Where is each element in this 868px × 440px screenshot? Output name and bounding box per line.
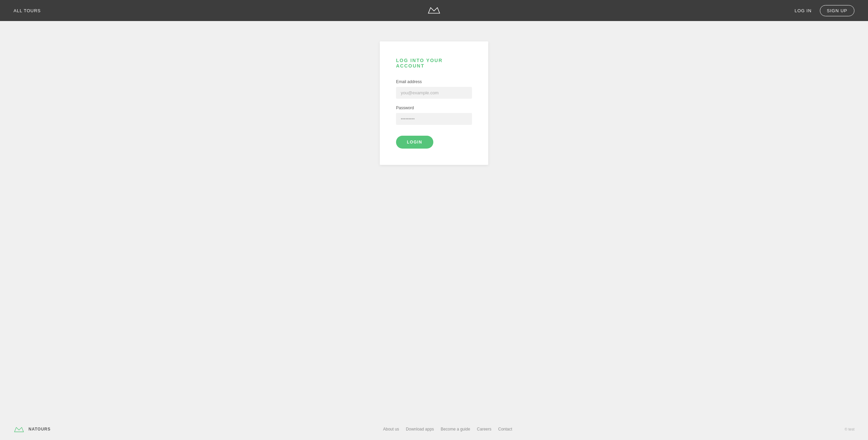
footer-left: NATOURS <box>14 425 51 433</box>
footer-nav-careers[interactable]: Careers <box>477 427 492 432</box>
footer-copyright: © test <box>845 427 854 431</box>
header-center-logo <box>427 5 441 16</box>
login-card: LOG INTO YOUR ACCOUNT Email address Pass… <box>380 41 488 165</box>
header: ALL TOURS LOG IN SIGN UP <box>0 0 868 21</box>
login-title: LOG INTO YOUR ACCOUNT <box>396 58 472 69</box>
footer-nav-download[interactable]: Download apps <box>406 427 434 432</box>
login-nav-button[interactable]: LOG IN <box>794 8 811 13</box>
main-content: LOG INTO YOUR ACCOUNT Email address Pass… <box>0 21 868 418</box>
crown-icon <box>427 5 441 15</box>
password-label: Password <box>396 106 472 110</box>
password-input[interactable] <box>396 113 472 125</box>
header-nav: LOG IN SIGN UP <box>794 5 854 16</box>
login-button[interactable]: LOGIN <box>396 136 433 149</box>
header-logo-text[interactable]: ALL TOURS <box>14 8 41 13</box>
footer-crown-icon <box>14 425 24 433</box>
footer-nav-about[interactable]: About us <box>383 427 399 432</box>
email-label: Email address <box>396 79 472 84</box>
password-form-group: Password <box>396 106 472 125</box>
signup-nav-button[interactable]: SIGN UP <box>820 5 854 16</box>
footer-nav-contact[interactable]: Contact <box>498 427 512 432</box>
footer-nav: About us Download apps Become a guide Ca… <box>383 427 512 432</box>
login-form: Email address Password LOGIN <box>396 79 472 149</box>
footer-nav-guide[interactable]: Become a guide <box>441 427 470 432</box>
email-form-group: Email address <box>396 79 472 99</box>
footer: NATOURS About us Download apps Become a … <box>0 418 868 440</box>
email-input[interactable] <box>396 87 472 99</box>
footer-brand-name: NATOURS <box>28 427 51 432</box>
